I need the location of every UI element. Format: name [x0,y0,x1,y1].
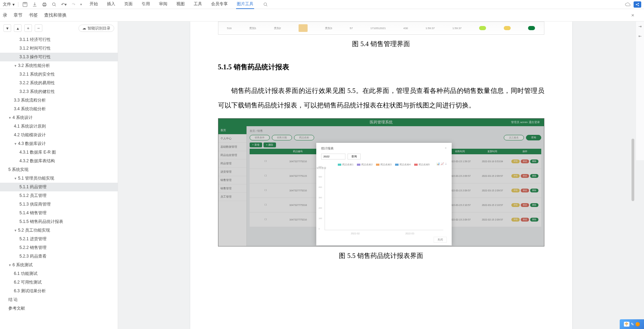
preview-icon[interactable] [51,1,57,8]
svg-point-6 [264,3,267,6]
ribbon-tab[interactable]: 审阅 [158,0,168,9]
outline-item[interactable]: 6.1 功能测试 [0,269,118,278]
outline-item-label: 5.2.3 药品查看 [19,253,47,259]
export-icon[interactable] [32,1,38,8]
outline-item-label: 5.2.1 进货管理 [19,236,47,242]
search-icon[interactable] [262,1,269,8]
outline-item[interactable]: 5 系统实现 [0,165,118,174]
navtab-find[interactable]: 查找和替换 [44,12,67,18]
fig-content: 首页 / 销售 销售条件 销售日期 药品名称 员工姓名 查询 + 新增 × 删除 [247,126,544,246]
chevron-down-icon: ▼ [8,263,12,267]
close-navpane-icon[interactable]: × [631,12,634,18]
legend-item: 药品名称3 [376,163,392,166]
fig-search-button: 查询 [526,135,541,140]
ribbon-tab[interactable]: 页面 [124,0,133,9]
outline-item-label: 5.2.2 销售管理 [19,245,47,251]
outline-item[interactable]: 4.3.2 数据库表结构 [0,157,118,165]
outline-item[interactable]: 5.2.3 药品查看 [0,252,118,261]
outline-item[interactable]: 4.3.1 数据库 E-R 图 [0,148,118,157]
chevron-down-icon: ▼ [14,64,17,68]
cloud-sync-icon[interactable] [625,1,631,8]
fig-side-item: 员工管理 [218,193,246,201]
outline-remove-button[interactable]: − [35,24,42,32]
outline-item[interactable]: 5.1.4 销售管理 [0,209,118,217]
outline-item[interactable]: 5.2.2 销售管理 [0,243,118,252]
outline-item-label: 4.3 数据库设计 [18,141,46,147]
outline-item[interactable]: 3.1.3 操作可行性 [0,53,118,61]
fig-op-button: 删除 [530,218,538,222]
outline-item[interactable]: 3.1.1 经济可行性 [0,35,118,44]
undo-icon[interactable]: ↶▾ [61,1,67,8]
fig-chart-modal: 统计报表 × 查询 药品名称1 药品名称2 药品名称3 [316,143,452,245]
y-tick: 400 [319,186,322,188]
x-tick: 2022-03 [405,232,414,235]
outline-collapse-button[interactable]: ▾ [3,24,11,32]
outline-item[interactable]: 3.4 系统功能分析 [0,105,118,113]
navtab-chapter[interactable]: 章节 [14,12,23,18]
outline-item[interactable]: ▼5.1 管理员功能实现 [0,174,118,183]
outline-item-label: 4.2 功能模块设计 [14,132,46,138]
share-button[interactable] [634,1,641,8]
y-tick: 600 [319,166,322,168]
save-icon[interactable] [22,1,28,8]
outline-item-label: 4 系统设计 [12,115,33,121]
figure-5-5-caption: 图 5.5 销售药品统计报表界面 [218,251,544,260]
outline-item[interactable]: ▼4.3 数据库设计 [0,139,118,148]
outline-item[interactable]: 5.1.5 销售药品统计报表 [0,217,118,226]
navpane-tabs: 录 章节 书签 查找和替换 × [0,9,644,21]
fig-modal-title: 统计报表 [321,146,334,151]
outline-item-label: 4.1 系统设计原则 [14,123,46,129]
fig-filter-chip: 员工姓名 [504,135,524,140]
print-icon[interactable] [41,1,48,8]
outline-item[interactable]: ▼5.2 员工功能实现 [0,226,118,235]
outline-item-label: 5.1.3 供应商管理 [19,201,51,207]
document-viewport[interactable]: 516类别1类别2类别35717105120214301:59:371:59:3… [118,21,644,329]
navtab-bookmark[interactable]: 书签 [29,12,38,18]
ribbon-tab[interactable]: 插入 [106,0,116,9]
fig-side-item: 销售管理 [218,176,246,184]
smart-outline-button[interactable]: ☁ 智能识别目录 [78,25,114,32]
figure-5-4-caption: 图 5.4 销售管理界面 [218,40,544,49]
outline-item[interactable]: 4.2 功能模块设计 [0,131,118,139]
chevron-down-icon[interactable]: ▾ [80,2,82,6]
ribbon-tab[interactable]: 图片工具 [236,0,254,9]
fig-side-item: 销售管理 [218,184,246,193]
outline-item[interactable]: 6.3 测试结果分析 [0,287,118,295]
outline-item[interactable]: 3.3 系统流程分析 [0,96,118,105]
outline-item-label: 5.1.1 药品管理 [19,184,47,190]
expand-icon[interactable]: ⇥ [636,21,644,31]
outline-item[interactable]: 5.1.1 药品管理 [0,183,118,191]
outline-item[interactable]: 3.1.2 时间可行性 [0,44,118,53]
outline-item[interactable]: 3.2.3 系统的健壮性 [0,87,118,96]
ribbon-tab[interactable]: 引用 [141,0,151,9]
outline-item[interactable]: 结 论 [0,295,118,304]
outline-item[interactable]: ▼6 系统测试 [0,261,118,269]
outline-item[interactable]: 6.2 可用性测试 [0,278,118,287]
outline-item-label: 6.2 可用性测试 [14,279,42,285]
outline-item[interactable]: 5.1.2 员工管理 [0,191,118,200]
redo-icon[interactable]: ↷ [70,1,77,8]
outline-item[interactable]: 5.2.1 进货管理 [0,235,118,243]
outline-item[interactable]: 3.2.2 系统的易用性 [0,79,118,87]
chevron-down-icon: ▼ [14,177,17,180]
outline-item[interactable]: ▼3.2 系统性能分析 [0,61,118,70]
vertical-scrollbar-thumb[interactable] [632,139,634,201]
outline-item-label: 4.3.1 数据库 E-R 图 [19,149,56,155]
outline-item[interactable]: 3.2.1 系统的安全性 [0,70,118,79]
navtab-catalog[interactable]: 录 [3,12,7,18]
outline-item[interactable]: ▼4 系统设计 [0,113,118,122]
outline-item[interactable]: 5.1.3 供应商管理 [0,200,118,209]
chevron-down-icon: ▼ [14,142,17,146]
ime-indicator[interactable]: 中 ✎ 🟠 [620,319,644,329]
ribbon-tab[interactable]: 开始 [89,0,99,9]
outline-tree[interactable]: 3.1.1 经济可行性3.1.2 时间可行性3.1.3 操作可行性▼3.2 系统… [0,35,118,329]
outline-add-button[interactable]: + [24,24,32,32]
outline-item[interactable]: 4.1 系统设计原则 [0,122,118,131]
collapse-icon[interactable]: ⇤ [636,31,644,41]
outline-item[interactable]: 参考文献 [0,304,118,313]
ribbon-tab[interactable]: 工具 [193,0,203,9]
ribbon-tab[interactable]: 会员专享 [210,0,228,9]
file-menu[interactable]: 文件 ▾ [3,1,15,7]
outline-expand-button[interactable]: ▴ [14,24,22,32]
ribbon-tab[interactable]: 视图 [176,0,185,9]
